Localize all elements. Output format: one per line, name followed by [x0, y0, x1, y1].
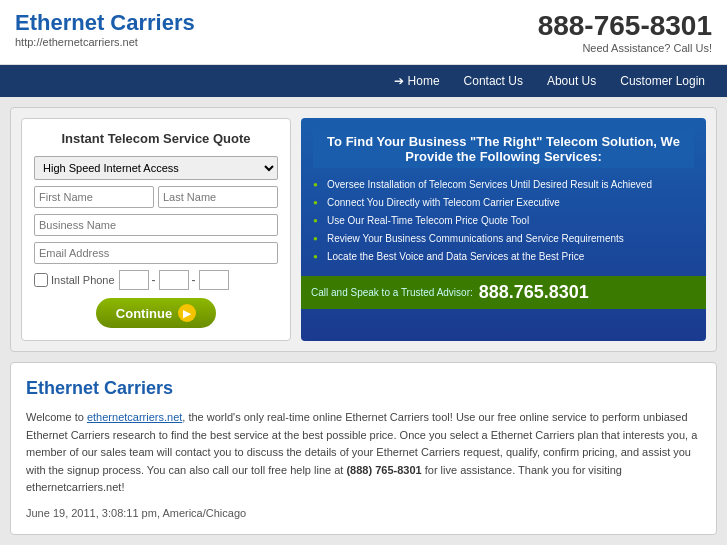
nav-item-home[interactable]: ➔ Home	[382, 65, 452, 97]
promo-phone-bar: Call and Speak to a Trusted Advisor: 888…	[301, 276, 706, 309]
continue-button[interactable]: Continue ▶	[96, 298, 216, 328]
header: Ethernet Carriers http://ethernetcarrier…	[0, 0, 727, 65]
nav-item-login[interactable]: Customer Login	[608, 65, 717, 97]
site-url: http://ethernetcarriers.net	[15, 36, 195, 48]
list-item: Connect You Directly with Telecom Carrie…	[313, 194, 694, 212]
first-name-input[interactable]	[34, 186, 154, 208]
promo-box: To Find Your Business "The Right" Teleco…	[301, 118, 706, 341]
promo-cta-label: Call and Speak to a Trusted Advisor:	[311, 287, 473, 298]
promo-cta-phone: 888.765.8301	[479, 282, 589, 303]
email-input[interactable]	[34, 242, 278, 264]
promo-title: To Find Your Business "The Right" Teleco…	[313, 130, 694, 168]
content-title: Ethernet Carriers	[26, 378, 701, 399]
service-select[interactable]: High Speed Internet Access	[34, 156, 278, 180]
content-link[interactable]: ethernetcarriers.net	[87, 411, 182, 423]
promo-list: Oversee Installation of Telecom Services…	[313, 176, 694, 266]
content-section: Ethernet Carriers Welcome to ethernetcar…	[10, 362, 717, 535]
list-item: Locate the Best Voice and Data Services …	[313, 248, 694, 266]
arrow-icon: ➔	[394, 65, 404, 97]
list-item: Use Our Real-Time Telecom Price Quote To…	[313, 212, 694, 230]
install-phone-label: Install Phone	[34, 273, 115, 287]
business-name-input[interactable]	[34, 214, 278, 236]
form-title: Instant Telecom Service Quote	[34, 131, 278, 146]
phone-prefix[interactable]	[159, 270, 189, 290]
top-section: Instant Telecom Service Quote High Speed…	[10, 107, 717, 352]
phone-segments: - -	[119, 270, 229, 290]
play-icon: ▶	[178, 304, 196, 322]
name-row	[34, 186, 278, 208]
need-assistance: Need Assistance? Call Us!	[538, 42, 712, 54]
phone-line[interactable]	[199, 270, 229, 290]
phone-area[interactable]	[119, 270, 149, 290]
list-item: Review Your Business Communications and …	[313, 230, 694, 248]
nav-item-contact[interactable]: Contact Us	[452, 65, 535, 97]
quote-form: Instant Telecom Service Quote High Speed…	[21, 118, 291, 341]
last-name-input[interactable]	[158, 186, 278, 208]
list-item: Oversee Installation of Telecom Services…	[313, 176, 694, 194]
header-phone: 888-765-8301	[538, 10, 712, 42]
header-left: Ethernet Carriers http://ethernetcarrier…	[15, 10, 195, 48]
install-phone-checkbox[interactable]	[34, 273, 48, 287]
header-right: 888-765-8301 Need Assistance? Call Us!	[538, 10, 712, 54]
site-title[interactable]: Ethernet Carriers	[15, 10, 195, 35]
content-date: June 19, 2011, 3:08:11 pm, America/Chica…	[26, 507, 701, 519]
nav-item-about[interactable]: About Us	[535, 65, 608, 97]
content-body: Welcome to ethernetcarriers.net, the wor…	[26, 409, 701, 497]
install-phone-row: Install Phone - -	[34, 270, 278, 290]
navigation: ➔ Home Contact Us About Us Customer Logi…	[0, 65, 727, 97]
main-content: Instant Telecom Service Quote High Speed…	[0, 97, 727, 545]
